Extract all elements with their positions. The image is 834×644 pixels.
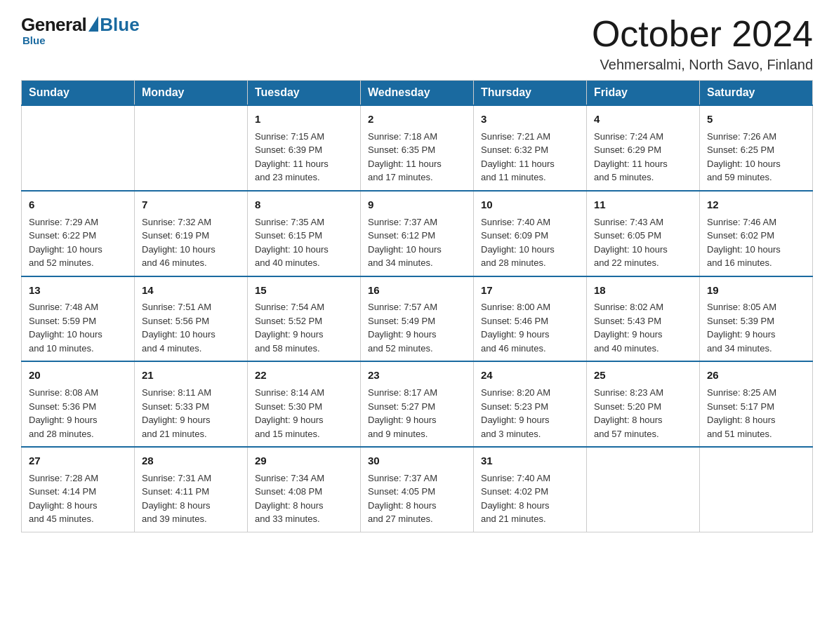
day-info: Sunrise: 7:34 AM Sunset: 4:08 PM Dayligh…: [255, 471, 353, 526]
day-number: 31: [481, 453, 579, 469]
day-info: Sunrise: 7:24 AM Sunset: 6:29 PM Dayligh…: [594, 130, 692, 185]
calendar-day-cell: 13Sunrise: 7:48 AM Sunset: 5:59 PM Dayli…: [22, 276, 135, 362]
calendar-week-2: 6Sunrise: 7:29 AM Sunset: 6:22 PM Daylig…: [22, 191, 813, 276]
day-number: 14: [142, 283, 240, 298]
calendar-day-cell: [700, 447, 813, 532]
day-info: Sunrise: 7:21 AM Sunset: 6:32 PM Dayligh…: [481, 130, 579, 185]
calendar-day-cell: 16Sunrise: 7:57 AM Sunset: 5:49 PM Dayli…: [361, 276, 474, 362]
calendar-day-cell: 28Sunrise: 7:31 AM Sunset: 4:11 PM Dayli…: [135, 447, 248, 532]
day-info: Sunrise: 7:37 AM Sunset: 4:05 PM Dayligh…: [368, 471, 466, 526]
day-number: 4: [594, 112, 692, 127]
day-number: 24: [481, 368, 579, 383]
day-info: Sunrise: 7:54 AM Sunset: 5:52 PM Dayligh…: [255, 300, 353, 355]
day-number: 10: [481, 197, 579, 213]
day-number: 2: [368, 112, 466, 127]
calendar-day-cell: 7Sunrise: 7:32 AM Sunset: 6:19 PM Daylig…: [135, 191, 248, 276]
logo: General Blue Blue: [21, 14, 140, 46]
calendar-day-cell: 14Sunrise: 7:51 AM Sunset: 5:56 PM Dayli…: [135, 276, 248, 362]
day-info: Sunrise: 7:35 AM Sunset: 6:15 PM Dayligh…: [255, 215, 353, 270]
calendar-day-cell: [587, 447, 700, 532]
day-info: Sunrise: 7:40 AM Sunset: 4:02 PM Dayligh…: [481, 471, 579, 526]
day-number: 26: [707, 368, 805, 383]
day-info: Sunrise: 8:14 AM Sunset: 5:30 PM Dayligh…: [255, 386, 353, 441]
day-info: Sunrise: 8:05 AM Sunset: 5:39 PM Dayligh…: [707, 300, 805, 355]
day-number: 29: [255, 453, 353, 469]
day-info: Sunrise: 7:40 AM Sunset: 6:09 PM Dayligh…: [481, 215, 579, 270]
day-number: 19: [707, 283, 805, 298]
day-number: 25: [594, 368, 692, 383]
day-info: Sunrise: 7:28 AM Sunset: 4:14 PM Dayligh…: [29, 471, 127, 526]
day-info: Sunrise: 7:29 AM Sunset: 6:22 PM Dayligh…: [29, 215, 127, 270]
day-number: 12: [707, 197, 805, 213]
calendar-day-cell: 24Sunrise: 8:20 AM Sunset: 5:23 PM Dayli…: [474, 361, 587, 447]
location-text: Vehmersalmi, North Savo, Finland: [592, 57, 813, 73]
calendar-day-cell: [22, 105, 135, 191]
calendar-day-cell: 12Sunrise: 7:46 AM Sunset: 6:02 PM Dayli…: [700, 191, 813, 276]
day-info: Sunrise: 8:08 AM Sunset: 5:36 PM Dayligh…: [29, 386, 127, 441]
day-info: Sunrise: 7:48 AM Sunset: 5:59 PM Dayligh…: [29, 300, 127, 355]
day-info: Sunrise: 8:02 AM Sunset: 5:43 PM Dayligh…: [594, 300, 692, 355]
day-number: 27: [29, 453, 127, 469]
day-number: 30: [368, 453, 466, 469]
day-info: Sunrise: 8:11 AM Sunset: 5:33 PM Dayligh…: [142, 386, 240, 441]
day-number: 1: [255, 112, 353, 127]
calendar-day-cell: 18Sunrise: 8:02 AM Sunset: 5:43 PM Dayli…: [587, 276, 700, 362]
day-info: Sunrise: 7:57 AM Sunset: 5:49 PM Dayligh…: [368, 300, 466, 355]
calendar-header-row: SundayMondayTuesdayWednesdayThursdayFrid…: [22, 81, 813, 106]
day-number: 11: [594, 197, 692, 213]
day-number: 6: [29, 197, 127, 213]
day-info: Sunrise: 7:26 AM Sunset: 6:25 PM Dayligh…: [707, 130, 805, 185]
day-number: 16: [368, 283, 466, 298]
calendar-day-cell: 17Sunrise: 8:00 AM Sunset: 5:46 PM Dayli…: [474, 276, 587, 362]
calendar-day-cell: 15Sunrise: 7:54 AM Sunset: 5:52 PM Dayli…: [248, 276, 361, 362]
calendar-day-cell: 19Sunrise: 8:05 AM Sunset: 5:39 PM Dayli…: [700, 276, 813, 362]
logo-general-text: General: [21, 14, 86, 36]
day-number: 23: [368, 368, 466, 383]
calendar-day-cell: 21Sunrise: 8:11 AM Sunset: 5:33 PM Dayli…: [135, 361, 248, 447]
day-number: 22: [255, 368, 353, 383]
day-info: Sunrise: 7:32 AM Sunset: 6:19 PM Dayligh…: [142, 215, 240, 270]
logo-blue-text: Blue: [100, 14, 139, 36]
day-number: 28: [142, 453, 240, 469]
calendar-day-cell: 3Sunrise: 7:21 AM Sunset: 6:32 PM Daylig…: [474, 105, 587, 191]
day-number: 7: [142, 197, 240, 213]
weekday-header-friday: Friday: [587, 81, 700, 106]
calendar-day-cell: 1Sunrise: 7:15 AM Sunset: 6:39 PM Daylig…: [248, 105, 361, 191]
day-number: 18: [594, 283, 692, 298]
calendar-day-cell: 30Sunrise: 7:37 AM Sunset: 4:05 PM Dayli…: [361, 447, 474, 532]
page-header: General Blue Blue October 2024 Vehmersal…: [21, 14, 813, 73]
weekday-header-saturday: Saturday: [700, 81, 813, 106]
calendar-day-cell: 31Sunrise: 7:40 AM Sunset: 4:02 PM Dayli…: [474, 447, 587, 532]
calendar-day-cell: 29Sunrise: 7:34 AM Sunset: 4:08 PM Dayli…: [248, 447, 361, 532]
day-number: 5: [707, 112, 805, 127]
weekday-header-monday: Monday: [135, 81, 248, 106]
title-block: October 2024 Vehmersalmi, North Savo, Fi…: [592, 14, 813, 73]
calendar-day-cell: 20Sunrise: 8:08 AM Sunset: 5:36 PM Dayli…: [22, 361, 135, 447]
day-info: Sunrise: 7:18 AM Sunset: 6:35 PM Dayligh…: [368, 130, 466, 185]
calendar-table: SundayMondayTuesdayWednesdayThursdayFrid…: [21, 80, 813, 532]
day-number: 21: [142, 368, 240, 383]
calendar-day-cell: 27Sunrise: 7:28 AM Sunset: 4:14 PM Dayli…: [22, 447, 135, 532]
day-number: 9: [368, 197, 466, 213]
day-number: 20: [29, 368, 127, 383]
day-number: 3: [481, 112, 579, 127]
day-info: Sunrise: 8:25 AM Sunset: 5:17 PM Dayligh…: [707, 386, 805, 441]
calendar-day-cell: 11Sunrise: 7:43 AM Sunset: 6:05 PM Dayli…: [587, 191, 700, 276]
day-info: Sunrise: 7:37 AM Sunset: 6:12 PM Dayligh…: [368, 215, 466, 270]
month-title: October 2024: [592, 14, 813, 54]
weekday-header-wednesday: Wednesday: [361, 81, 474, 106]
day-info: Sunrise: 8:23 AM Sunset: 5:20 PM Dayligh…: [594, 386, 692, 441]
logo-bottom-text: Blue: [22, 34, 46, 46]
calendar-day-cell: 23Sunrise: 8:17 AM Sunset: 5:27 PM Dayli…: [361, 361, 474, 447]
calendar-day-cell: 4Sunrise: 7:24 AM Sunset: 6:29 PM Daylig…: [587, 105, 700, 191]
calendar-week-5: 27Sunrise: 7:28 AM Sunset: 4:14 PM Dayli…: [22, 447, 813, 532]
weekday-header-thursday: Thursday: [474, 81, 587, 106]
day-info: Sunrise: 8:17 AM Sunset: 5:27 PM Dayligh…: [368, 386, 466, 441]
day-number: 15: [255, 283, 353, 298]
calendar-day-cell: 26Sunrise: 8:25 AM Sunset: 5:17 PM Dayli…: [700, 361, 813, 447]
day-info: Sunrise: 7:43 AM Sunset: 6:05 PM Dayligh…: [594, 215, 692, 270]
day-info: Sunrise: 7:31 AM Sunset: 4:11 PM Dayligh…: [142, 471, 240, 526]
weekday-header-tuesday: Tuesday: [248, 81, 361, 106]
calendar-week-1: 1Sunrise: 7:15 AM Sunset: 6:39 PM Daylig…: [22, 105, 813, 191]
calendar-day-cell: 5Sunrise: 7:26 AM Sunset: 6:25 PM Daylig…: [700, 105, 813, 191]
